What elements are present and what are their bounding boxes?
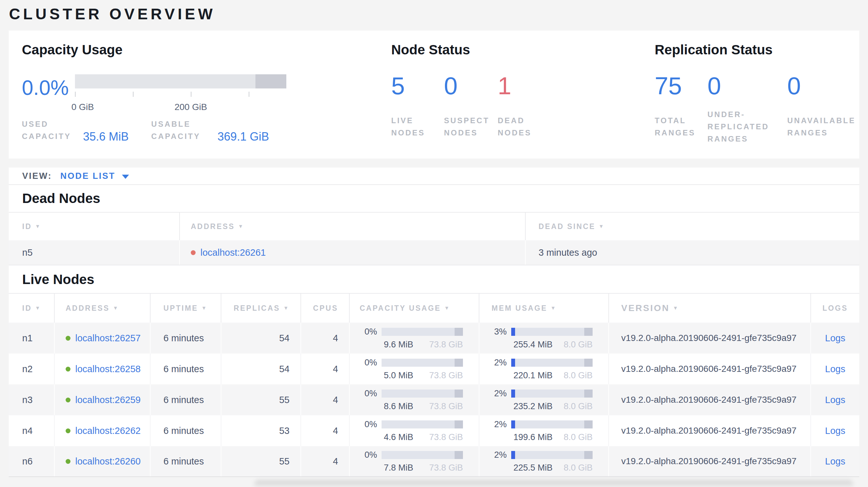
column-header-address[interactable]: ADDRESS▼: [55, 294, 151, 323]
node-address-cell: localhost:26261: [180, 240, 526, 265]
capacity-used: 9.6 MiB: [384, 340, 413, 350]
node-address-cell: localhost:26262: [55, 415, 151, 446]
live-node-row: n4 localhost:26262 6 minutes 53 4 0%: [9, 415, 859, 446]
live-nodes-header-row: ID▼ ADDRESS▼ UPTIME▼ REPLICAS▼ CPUS CAPA…: [9, 293, 859, 323]
column-header-replicas[interactable]: REPLICAS▼: [221, 294, 301, 323]
mem-percent: 2%: [479, 358, 507, 368]
under-replicated-ranges-label: UNDER-REPLICATED RANGES: [708, 103, 774, 151]
page-title: CLUSTER OVERVIEW: [9, 5, 868, 23]
logs-link[interactable]: Logs: [825, 456, 845, 467]
mem-total: 8.0 GiB: [564, 463, 593, 473]
node-status-title: Node Status: [391, 42, 655, 58]
sort-desc-icon: ▼: [599, 224, 605, 229]
axis-tick: [133, 92, 133, 97]
live-nodes-table: ID▼ ADDRESS▼ UPTIME▼ REPLICAS▼ CPUS CAPA…: [9, 293, 859, 477]
node-cpus: 4: [301, 323, 350, 354]
logs-link[interactable]: Logs: [825, 364, 845, 375]
mem-mini-bar: [511, 451, 593, 459]
live-node-row: n3 localhost:26259 6 minutes 55 4 0%: [9, 384, 859, 415]
node-address-cell: localhost:26258: [55, 354, 151, 384]
total-ranges-count: 75: [655, 74, 708, 98]
node-address-cell: localhost:26259: [55, 384, 151, 415]
column-header-address[interactable]: ADDRESS▼: [180, 213, 526, 240]
suspect-nodes-stat: 0 SUSPECT NODES: [444, 74, 498, 151]
column-header-uptime[interactable]: UPTIME▼: [151, 294, 221, 323]
capacity-total: 73.8 GiB: [429, 370, 463, 381]
node-replicas: 54: [221, 354, 301, 384]
capacity-mini-bar: [381, 359, 463, 367]
node-replicas: 53: [221, 415, 301, 446]
node-uptime: 6 minutes: [151, 323, 221, 354]
live-nodes-count: 5: [391, 74, 444, 98]
total-ranges-label: TOTAL RANGES: [655, 103, 708, 151]
node-uptime: 6 minutes: [151, 446, 221, 476]
capacity-total: 73.8 GiB: [429, 463, 463, 473]
mem-used: 225.5 MiB: [514, 463, 553, 473]
capacity-usage-section: Capacity Usage 0.0% 0 GiB 200 GiB U: [22, 42, 391, 159]
node-uptime: 6 minutes: [151, 415, 221, 446]
logs-link[interactable]: Logs: [825, 333, 845, 344]
node-address-link[interactable]: localhost:26257: [75, 333, 141, 344]
capacity-mini-bar: [381, 420, 463, 428]
capacity-usage-bar: [75, 74, 286, 89]
node-capacity-usage-cell: 0% 5.0 MiB 73.8 GiB: [350, 354, 479, 384]
mem-percent: 2%: [479, 419, 507, 429]
cluster-overview-page: CLUSTER OVERVIEW Capacity Usage 0.0% 0 G…: [0, 5, 868, 487]
column-header-dead-since[interactable]: DEAD SINCE▼: [526, 213, 859, 240]
used-capacity-label: USED CAPACITY: [22, 118, 71, 142]
sort-desc-icon: ▼: [673, 305, 679, 311]
node-mem-usage-cell: 2% 220.1 MiB 8.0 GiB: [479, 354, 609, 384]
dead-nodes-stat: 1 DEAD NODES: [498, 74, 546, 151]
node-mem-usage-cell: 2% 199.6 MiB 8.0 GiB: [479, 415, 609, 446]
logs-link[interactable]: Logs: [825, 426, 845, 436]
node-address-cell: localhost:26260: [55, 446, 151, 476]
mem-percent: 2%: [479, 389, 507, 398]
column-header-capacity-usage[interactable]: CAPACITY USAGE▼: [350, 294, 479, 323]
logs-link[interactable]: Logs: [825, 395, 845, 405]
column-header-version[interactable]: VERSION▼: [609, 294, 811, 323]
usable-capacity-value: 369.1 GiB: [217, 130, 269, 143]
node-cpus: 4: [301, 446, 350, 476]
dead-node-row: n5 localhost:26261 3 minutes ago: [9, 240, 859, 265]
node-capacity-usage-cell: 0% 7.8 MiB 73.8 GiB: [350, 446, 479, 476]
column-header-id[interactable]: ID▼: [9, 294, 55, 323]
capacity-usage-title: Capacity Usage: [22, 42, 391, 58]
column-header-mem-usage[interactable]: MEM USAGE▼: [479, 294, 609, 323]
unavailable-ranges-label: UNAVAILABLE RANGES: [787, 103, 857, 151]
node-address-link[interactable]: localhost:26261: [200, 247, 266, 258]
unavailable-ranges-stat: 0 UNAVAILABLE RANGES: [787, 74, 857, 151]
live-nodes-stat: 5 LIVE NODES: [391, 74, 444, 151]
node-id: n2: [9, 354, 55, 384]
live-node-row: n6 localhost:26260 6 minutes 55 4 0%: [9, 446, 859, 477]
capacity-percent: 0%: [350, 358, 377, 368]
node-dead-status-icon: [191, 250, 196, 255]
view-dropdown-value[interactable]: NODE LIST: [60, 171, 116, 181]
node-capacity-usage-cell: 0% 4.6 MiB 73.8 GiB: [350, 415, 479, 446]
usable-capacity-label: USABLE CAPACITY: [151, 118, 206, 142]
column-header-id[interactable]: ID▼: [9, 213, 180, 240]
dead-nodes-heading: Dead Nodes: [22, 191, 859, 205]
node-address-link[interactable]: localhost:26258: [75, 364, 141, 375]
axis-tick-label: 200 GiB: [174, 102, 207, 112]
node-status-section: Node Status 5 LIVE NODES 0 SUSPECT NODES…: [391, 42, 655, 159]
node-live-status-icon: [66, 367, 70, 371]
replication-status-title: Replication Status: [655, 42, 859, 58]
live-nodes-label: LIVE NODES: [391, 103, 439, 151]
node-replicas: 54: [221, 323, 301, 354]
dead-nodes-count: 1: [498, 74, 546, 98]
column-header-cpus[interactable]: CPUS: [301, 294, 350, 323]
view-dropdown[interactable]: NODE LIST: [60, 171, 129, 181]
node-address-link[interactable]: localhost:26262: [75, 426, 141, 436]
node-live-status-icon: [66, 397, 70, 402]
node-mem-usage-cell: 2% 225.5 MiB 8.0 GiB: [479, 446, 609, 476]
live-nodes-heading: Live Nodes: [22, 272, 859, 287]
sort-desc-icon: ▼: [35, 224, 41, 229]
node-address-link[interactable]: localhost:26260: [75, 456, 141, 467]
node-cpus: 4: [301, 384, 350, 415]
mem-total: 8.0 GiB: [564, 340, 593, 350]
node-version: v19.2.0-alpha.20190606-2491-gfe735c9a97: [609, 354, 811, 384]
cluster-summary-card: Capacity Usage 0.0% 0 GiB 200 GiB U: [9, 31, 859, 159]
mem-total: 8.0 GiB: [564, 370, 593, 381]
suspect-nodes-label: SUSPECT NODES: [444, 103, 492, 151]
node-address-link[interactable]: localhost:26259: [75, 395, 141, 405]
